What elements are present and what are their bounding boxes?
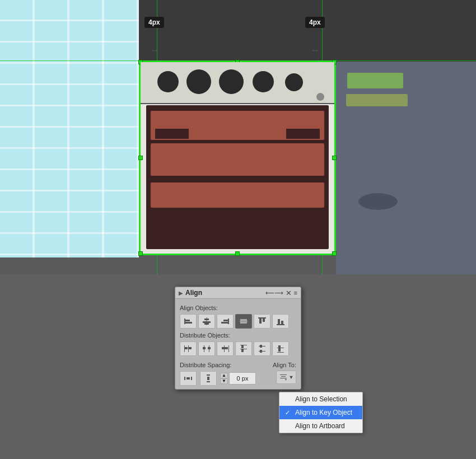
svg-rect-26 xyxy=(208,347,211,349)
panel-title-left: ▶ Align xyxy=(179,289,202,297)
oven-knob xyxy=(316,93,324,101)
distribute-spacing-h-button[interactable] xyxy=(180,371,197,386)
tooth xyxy=(263,199,270,208)
px-input[interactable]: 0 px xyxy=(229,372,256,385)
svg-rect-16 xyxy=(277,324,284,325)
svg-rect-46 xyxy=(207,374,210,376)
menu-item-align-selection[interactable]: Align to Selection xyxy=(279,392,362,406)
tooth xyxy=(180,199,187,208)
tooth xyxy=(272,199,278,208)
menu-item-align-key-object[interactable]: ✓ Align to Key Object xyxy=(279,406,362,419)
distribute-right-button[interactable] xyxy=(217,341,234,356)
tooth xyxy=(230,199,237,208)
panel-menu-icon[interactable]: ≡ xyxy=(294,289,297,296)
right-area xyxy=(336,62,476,274)
align-left-edges-button[interactable] xyxy=(180,314,197,329)
handle-right-middle[interactable] xyxy=(332,156,337,160)
svg-rect-13 xyxy=(258,317,266,319)
distribute-spacing-v-button[interactable] xyxy=(200,371,217,386)
svg-rect-19 xyxy=(184,345,185,352)
svg-rect-0 xyxy=(184,319,185,324)
svg-rect-11 xyxy=(240,322,247,324)
svg-rect-47 xyxy=(207,381,210,382)
distribute-spacing-row: ▲ ▼ 0 px xyxy=(180,371,256,386)
align-centers-horizontal-button[interactable] xyxy=(235,314,252,329)
burner-1 xyxy=(157,71,179,92)
rack-notch-left-1 xyxy=(155,129,189,139)
tooth xyxy=(296,199,303,208)
align-bottom-edges-button[interactable] xyxy=(272,314,289,329)
align-top-edges-button[interactable] xyxy=(254,314,270,329)
align-centers-vertical-button[interactable] xyxy=(198,314,215,329)
canvas-area: 4px 4px ↔ ↔ xyxy=(0,0,476,274)
oven-top-panel xyxy=(141,62,334,104)
bottom-row: Distribute Spacing: xyxy=(180,359,296,386)
distribute-bottom-button[interactable] xyxy=(272,341,289,356)
panel-collapse-icon[interactable]: ⟵⟶ xyxy=(265,289,283,297)
tooth xyxy=(197,199,203,208)
svg-rect-1 xyxy=(185,320,190,321)
dimension-label-right: 4px xyxy=(305,17,325,28)
right-panel-bowl xyxy=(358,193,398,210)
handle-bottom-middle[interactable] xyxy=(235,251,240,256)
distribute-objects-label: Distribute Objects: xyxy=(180,332,296,339)
align-to-dropdown[interactable]: ▼ xyxy=(276,371,296,384)
panel-title-bar: ▶ Align ⟵⟶ ✕ ≡ xyxy=(175,287,301,299)
align-to-section: Align To: ▼ xyxy=(273,362,296,384)
svg-rect-15 xyxy=(263,319,265,322)
menu-check-artboard xyxy=(285,423,292,429)
stepper: ▲ ▼ xyxy=(220,373,228,384)
svg-rect-43 xyxy=(184,377,185,380)
oven-door xyxy=(146,105,329,249)
svg-rect-49 xyxy=(280,374,287,375)
distribute-center-v-button[interactable] xyxy=(198,341,215,356)
distribute-center-h-button[interactable] xyxy=(254,341,270,356)
svg-rect-34 xyxy=(241,349,244,352)
svg-rect-44 xyxy=(191,377,192,380)
oven-object[interactable] xyxy=(139,60,336,255)
tooth xyxy=(313,199,320,208)
align-objects-row xyxy=(180,314,296,329)
burner-2 xyxy=(186,69,211,94)
svg-rect-37 xyxy=(260,345,262,348)
svg-rect-18 xyxy=(281,321,283,324)
right-panel-ruler xyxy=(346,94,408,106)
svg-rect-25 xyxy=(203,347,206,349)
distribute-top-button[interactable] xyxy=(235,341,252,356)
menu-label-artboard: Align to Artboard xyxy=(295,422,345,430)
stepper-down-button[interactable]: ▼ xyxy=(220,378,228,384)
tooth xyxy=(205,199,212,208)
handle-bottom-right[interactable] xyxy=(332,251,337,256)
menu-label-key-object: Align to Key Object xyxy=(295,409,352,416)
tooth xyxy=(213,199,220,208)
panel-title: Align xyxy=(185,289,202,297)
stepper-up-button[interactable]: ▲ xyxy=(220,373,228,378)
distribute-objects-row xyxy=(180,341,296,356)
panel-close-button[interactable]: ✕ xyxy=(286,289,292,297)
svg-rect-21 xyxy=(185,347,188,349)
tooth xyxy=(280,199,287,208)
rack-notch-right-1 xyxy=(286,129,320,139)
panel-collapse-arrow[interactable]: ▶ xyxy=(179,290,183,296)
tooth xyxy=(238,199,245,208)
svg-rect-7 xyxy=(228,319,229,324)
svg-rect-9 xyxy=(221,322,228,324)
svg-rect-41 xyxy=(278,345,281,348)
handle-bottom-left[interactable] xyxy=(138,251,143,256)
align-to-dropdown-menu: Align to Selection ✓ Align to Key Object… xyxy=(279,392,363,433)
distribute-left-button[interactable] xyxy=(180,341,197,356)
dropdown-arrow-icon: ▼ xyxy=(289,374,294,380)
burner-5 xyxy=(285,73,303,91)
align-right-edges-button[interactable] xyxy=(217,314,234,329)
svg-rect-29 xyxy=(222,347,224,349)
handle-left-middle[interactable] xyxy=(138,156,143,160)
svg-rect-14 xyxy=(259,319,262,324)
svg-rect-31 xyxy=(240,345,247,345)
dimension-arrow-left: ↔ xyxy=(150,45,159,55)
tooth xyxy=(246,199,253,208)
menu-check-selection xyxy=(285,396,292,402)
tooth xyxy=(222,199,228,208)
distribute-spacing-section: Distribute Spacing: xyxy=(180,359,256,386)
menu-item-align-artboard[interactable]: Align to Artboard xyxy=(279,419,362,433)
tooth xyxy=(155,199,162,208)
